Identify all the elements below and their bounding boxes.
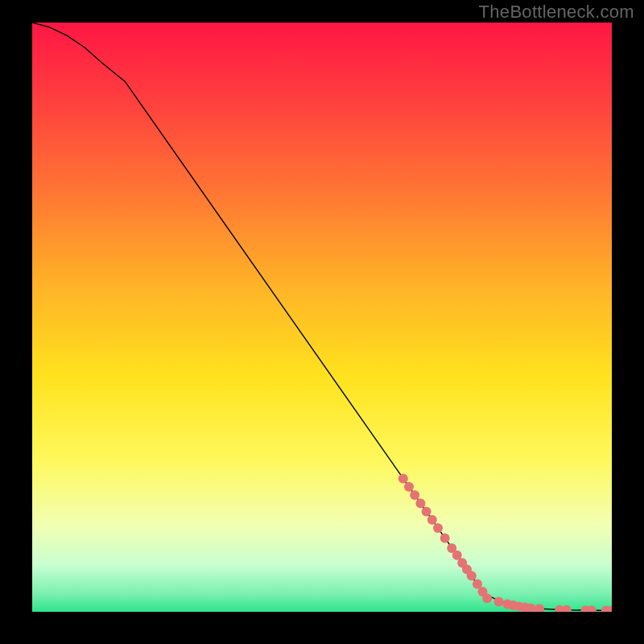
scatter-point — [427, 515, 437, 525]
scatter-point — [467, 571, 477, 580]
scatter-point — [440, 534, 450, 543]
scatter-point — [482, 593, 492, 603]
scatter-point — [422, 507, 431, 517]
scatter-point — [404, 482, 414, 492]
chart-stage: TheBottleneck.com — [0, 0, 644, 644]
watermark-text: TheBottleneck.com — [479, 2, 634, 23]
scatter-point — [415, 498, 425, 508]
plot-svg — [32, 23, 612, 612]
scatter-point — [398, 474, 408, 484]
scatter-point — [410, 490, 419, 500]
heatmap-background — [32, 23, 612, 612]
scatter-point — [433, 523, 443, 533]
plot-area — [32, 23, 612, 612]
scatter-point — [494, 597, 504, 607]
